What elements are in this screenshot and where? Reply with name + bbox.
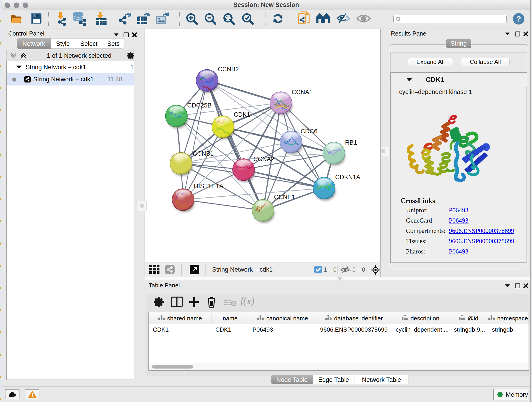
svg-text:CDK1: CDK1 (234, 111, 250, 118)
svg-text:CCNE1: CCNE1 (274, 194, 295, 201)
svg-text:?: ? (516, 14, 521, 23)
svg-text:CDC6: CDC6 (301, 128, 317, 135)
svg-text:CDKN1A: CDKN1A (335, 174, 360, 181)
svg-text:CCNB2: CCNB2 (218, 66, 239, 73)
svg-text:CCNA1: CCNA1 (292, 89, 313, 96)
svg-text:HIST1H1A: HIST1H1A (194, 183, 223, 190)
svg-text:CDC25B: CDC25B (187, 102, 212, 109)
svg-text:CCNB1: CCNB1 (193, 150, 214, 157)
svg-text:CCNA2: CCNA2 (253, 156, 274, 162)
svg-text:RB1: RB1 (345, 139, 357, 146)
